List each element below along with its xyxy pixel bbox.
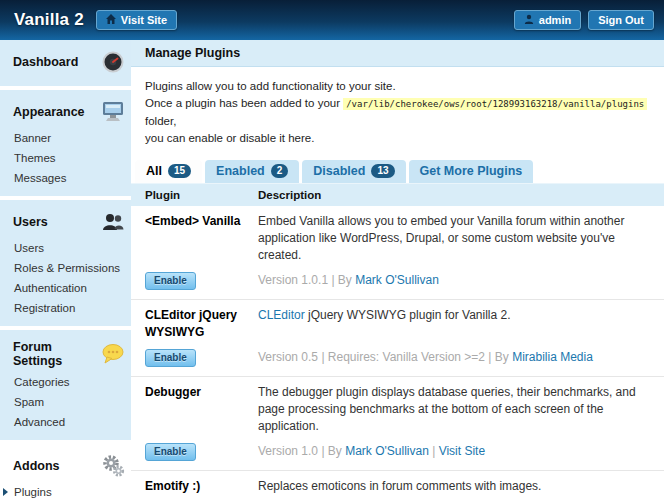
sidebar-item-categories[interactable]: Categories	[0, 372, 131, 392]
text-link[interactable]: CLEditor	[258, 308, 305, 322]
sidebar-section-header[interactable]: Forum Settings	[0, 336, 131, 372]
plugin-meta: Version 0.5 | Requires: Vanilla Version …	[258, 349, 654, 365]
sign-out-label: Sign Out	[598, 14, 644, 26]
sidebar-item-label: Messages	[14, 172, 66, 184]
sidebar-section-header[interactable]: Appearance	[0, 96, 131, 128]
sidebar-section-title: Dashboard	[13, 55, 78, 69]
intro-line2-prefix: Once a plugin has been added to your	[145, 97, 343, 109]
plugin-table: <Embed> Vanilla Embed Vanilla allows you…	[131, 206, 664, 498]
sidebar-item-label: Authentication	[14, 282, 87, 294]
sidebar-item-label: Themes	[14, 152, 56, 164]
plugin-name: CLEditor jQuery WYSIWYG	[145, 307, 258, 341]
sidebar-section-header[interactable]: Addons	[0, 450, 131, 482]
sidebar-item-users[interactable]: Users	[0, 238, 131, 258]
topbar: Vanilla 2 Visit Site admin Sign Out	[0, 0, 664, 40]
users-icon	[101, 210, 125, 234]
text-segment: Version 1.0 | By	[258, 444, 345, 458]
plugin-row-cleditor-jquery-wysiwyg: CLEditor jQuery WYSIWYG CLEditor jQuery …	[131, 300, 664, 377]
tab-get-more-plugins[interactable]: Get More Plugins	[409, 160, 534, 183]
tab-label: Enabled	[216, 164, 265, 178]
tab-label: Get More Plugins	[420, 164, 523, 178]
sidebar-section-title: Appearance	[13, 105, 85, 119]
sidebar-section-title: Users	[13, 215, 48, 229]
plugin-description: Embed Vanilla allows you to embed your V…	[258, 213, 654, 264]
sidebar-item-registration[interactable]: Registration	[0, 298, 131, 318]
sidebar-item-advanced[interactable]: Advanced	[0, 412, 131, 432]
table-header: Plugin Description	[131, 183, 664, 206]
tab-count-badge: 15	[168, 164, 191, 178]
plugin-meta: Version 1.0 | By Mark O'Sullivan | Visit…	[258, 443, 654, 459]
plugin-row-embed-vanilla: <Embed> Vanilla Embed Vanilla allows you…	[131, 206, 664, 300]
sidebar-item-label: Roles & Permissions	[14, 262, 120, 274]
text-segment: Embed Vanilla allows you to embed your V…	[258, 214, 624, 262]
visit-site-button[interactable]: Visit Site	[96, 10, 177, 30]
sidebar-item-banner[interactable]: Banner	[0, 128, 131, 148]
plugin-meta: Version 1.0.1 | By Mark O'Sullivan	[258, 272, 654, 288]
sidebar-item-plugins[interactable]: Plugins	[0, 482, 131, 498]
sidebar-item-label: Registration	[14, 302, 75, 314]
intro-line-3: you can enable or disable it here.	[145, 130, 650, 147]
sidebar-section-header[interactable]: Users	[0, 206, 131, 238]
page-title: Manage Plugins	[131, 40, 664, 67]
intro-text: Plugins allow you to add functionality t…	[131, 67, 664, 147]
sign-out-button[interactable]: Sign Out	[588, 10, 654, 30]
app-title: Vanilla 2	[14, 10, 84, 30]
sidebar-section-addons: Addons Plugins Applications Locales	[0, 444, 131, 498]
plugins-folder-path: /var/lib/cherokee/ows/root/128993163218/…	[343, 98, 647, 110]
admin-user-button[interactable]: admin	[514, 10, 581, 30]
plugin-name: Emotify :)	[145, 478, 258, 495]
sidebar-section-appearance: Appearance Banner Themes Messages	[0, 90, 131, 196]
plugin-name: Debugger	[145, 384, 258, 435]
sidebar-item-label: Banner	[14, 132, 51, 144]
home-icon	[106, 14, 116, 26]
text-link[interactable]: Visit Site	[439, 444, 485, 458]
sidebar-section-header[interactable]: Dashboard	[0, 46, 131, 78]
speech-bubble-icon	[101, 342, 125, 366]
sidebar-item-label: Categories	[14, 376, 70, 388]
sidebar-item-authentication[interactable]: Authentication	[0, 278, 131, 298]
intro-line-1: Plugins allow you to add functionality t…	[145, 78, 650, 95]
main-content: Manage Plugins Plugins allow you to add …	[131, 40, 664, 498]
text-segment: Replaces emoticons in forum comments wit…	[258, 479, 541, 493]
sidebar-section-title: Addons	[13, 459, 60, 473]
tab-count-badge: 13	[371, 164, 394, 178]
tab-label: All	[146, 164, 162, 178]
sidebar-item-label: Users	[14, 242, 44, 254]
column-header-description: Description	[258, 189, 656, 201]
intro-line-2: Once a plugin has been added to your /va…	[145, 95, 650, 130]
text-segment: Version 0.5 | Requires: Vanilla Version …	[258, 350, 512, 364]
text-link[interactable]: Mirabilia Media	[512, 350, 593, 364]
sidebar-item-roles-permissions[interactable]: Roles & Permissions	[0, 258, 131, 278]
monitor-icon	[101, 100, 125, 124]
sidebar: Dashboard Appearance Banner Themes Messa…	[0, 40, 131, 498]
plugin-row-debugger: Debugger The debugger plugin displays da…	[131, 377, 664, 471]
text-link[interactable]: Mark O'Sullivan	[345, 444, 429, 458]
sidebar-section-forum-settings: Forum Settings Categories Spam Advanced	[0, 330, 131, 440]
user-icon	[524, 14, 534, 26]
column-header-plugin: Plugin	[145, 189, 258, 201]
plugin-description: CLEditor jQuery WYSIWYG plugin for Vanil…	[258, 307, 654, 341]
tab-all[interactable]: All 15	[135, 160, 202, 183]
sidebar-item-spam[interactable]: Spam	[0, 392, 131, 412]
text-link[interactable]: Mark O'Sullivan	[355, 273, 439, 287]
tab-disabled[interactable]: Disabled 13	[302, 160, 405, 183]
text-segment: |	[429, 444, 439, 458]
plugin-description: Replaces emoticons in forum comments wit…	[258, 478, 654, 495]
text-segment: The debugger plugin displays database qu…	[258, 385, 636, 433]
gauge-icon	[101, 50, 125, 74]
sidebar-section-title: Forum Settings	[13, 340, 101, 368]
visit-site-label: Visit Site	[121, 14, 167, 26]
sidebar-item-messages[interactable]: Messages	[0, 168, 131, 188]
admin-user-label: admin	[539, 14, 571, 26]
gears-icon	[101, 454, 125, 478]
enable-button[interactable]: Enable	[145, 349, 196, 367]
sidebar-item-label: Spam	[14, 396, 44, 408]
sidebar-item-label: Advanced	[14, 416, 65, 428]
tab-label: Disabled	[313, 164, 365, 178]
enable-button[interactable]: Enable	[145, 272, 196, 290]
enable-button[interactable]: Enable	[145, 443, 196, 461]
tab-count-badge: 2	[271, 164, 289, 178]
sidebar-section-dashboard: Dashboard	[0, 40, 131, 86]
tab-enabled[interactable]: Enabled 2	[205, 160, 299, 183]
sidebar-item-themes[interactable]: Themes	[0, 148, 131, 168]
